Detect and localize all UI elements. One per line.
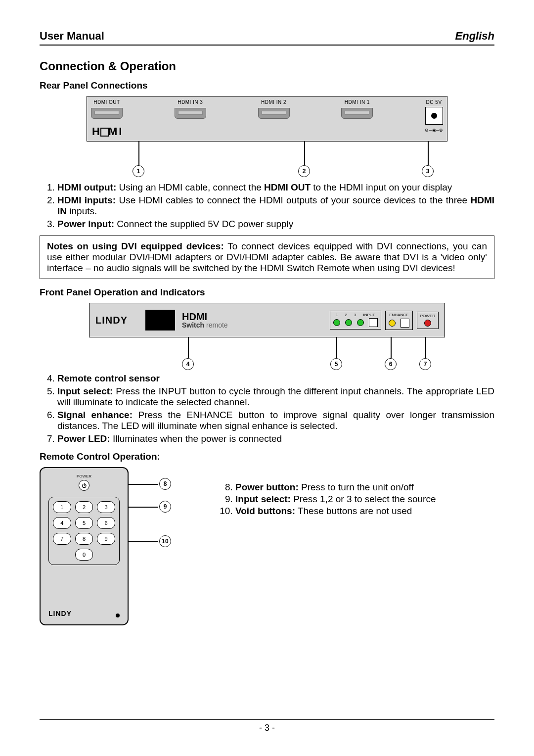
hdmi-in2-port: HDMI IN 2 (258, 99, 290, 119)
rear-item-1: HDMI output: Using an HDMI cable, connec… (57, 182, 494, 193)
remote-key-6[interactable]: 6 (97, 517, 115, 529)
front-title-l1: HDMI (182, 312, 228, 322)
remote-item-10-lead: Void buttons: (235, 506, 295, 516)
header-language: English (455, 30, 494, 43)
dc-jack-icon (425, 107, 443, 125)
dc-port: DC 5V ⊖─◉─⊕ (425, 99, 443, 133)
remote-item-8: Power button: Press to turn the unit on/… (235, 482, 436, 493)
remote-key-3[interactable]: 3 (97, 501, 115, 513)
hdmi-in1-label: HDMI IN 1 (345, 99, 370, 105)
rear-item-3: Power input: Connect the supplied 5V DC … (57, 219, 494, 230)
remote-description: Power button: Press to turn the unit on/… (218, 467, 436, 518)
rear-item-1-bold: HDMI OUT (264, 182, 311, 192)
remote-item-8-text: Press to turn the unit on/off (299, 482, 414, 492)
front-title: HDMI Switch remote (182, 312, 228, 329)
rear-item-1-text2: to the HDMI input on your display (311, 182, 452, 192)
front-callouts: 4 5 6 7 (89, 337, 445, 367)
dc-label: DC 5V (426, 99, 442, 105)
remote-key-8[interactable]: 8 (75, 533, 93, 545)
remote-section: POWER ⏻ 1 2 3 4 5 6 7 8 9 0 LINDY 8 9 (40, 467, 494, 625)
callout-10: 10 (159, 535, 171, 547)
remote-diagram: POWER ⏻ 1 2 3 4 5 6 7 8 9 0 LINDY (40, 467, 129, 625)
led-1-icon (333, 319, 340, 326)
page-footer: - 3 - (40, 719, 494, 733)
callout-9: 9 (159, 501, 171, 513)
front-item-5-text: Press the INPUT button to cycle through … (57, 386, 494, 407)
rear-heading: Rear Panel Connections (40, 80, 494, 91)
rear-item-2-lead: HDMI inputs: (57, 195, 116, 205)
remote-brand-logo: LINDY (48, 610, 72, 617)
hdmi-port-icon (175, 108, 206, 119)
section-title: Connection & Operation (40, 59, 494, 73)
front-item-5: Input select: Press the INPUT button to … (57, 386, 494, 408)
input-button[interactable] (369, 318, 378, 327)
enhance-label: ENHANCE (389, 313, 408, 317)
hdmi-port-icon (91, 108, 123, 119)
page-header: User Manual English (40, 30, 494, 46)
remote-key-0[interactable]: 0 (75, 549, 93, 561)
hdmi-logo: HMI (92, 125, 123, 138)
dc-polarity-icon: ⊖─◉─⊕ (425, 128, 443, 133)
rear-item-2: HDMI inputs: Use HDMI cables to connect … (57, 195, 494, 217)
remote-item-8-lead: Power button: (235, 482, 299, 492)
remote-power-label: POWER (77, 474, 91, 478)
remote-item-9-lead: Input select: (235, 494, 291, 504)
rear-item-3-lead: Power input: (57, 219, 114, 229)
enhance-led-icon (389, 320, 396, 327)
front-item-6-lead: Signal enhance: (57, 410, 133, 420)
power-led-icon (424, 320, 431, 327)
remote-power-button[interactable]: ⏻ (79, 480, 89, 491)
remote-key-1[interactable]: 1 (53, 501, 71, 513)
remote-key-2[interactable]: 2 (75, 501, 93, 513)
front-item-4: Remote control sensor (57, 373, 494, 384)
callout-8: 8 (159, 478, 171, 490)
remote-key-5[interactable]: 5 (75, 517, 93, 529)
hdmi-in1-port: HDMI IN 1 (341, 99, 373, 119)
hdmi-in3-port: HDMI IN 3 (175, 99, 206, 119)
remote-keypad: 1 2 3 4 5 6 7 8 9 0 (48, 497, 120, 565)
led-3-icon (357, 319, 364, 326)
rear-item-3-text: Connect the supplied 5V DC power supply (114, 219, 293, 229)
front-panel-diagram: LINDY HDMI Switch remote 1 2 3 INPUT (89, 303, 445, 337)
dvi-note-box: Notes on using DVI equipped devices: To … (40, 236, 494, 279)
hdmi-port-icon (258, 108, 290, 119)
remote-key-4[interactable]: 4 (53, 517, 71, 529)
rear-item-2-text: Use HDMI cables to connect the HDMI outp… (116, 195, 470, 205)
enhance-button[interactable] (400, 319, 409, 328)
remote-heading: Remote Control Operation: (40, 451, 494, 462)
callout-7: 7 (419, 358, 431, 370)
rear-item-2-text2: inputs. (67, 206, 97, 216)
callout-1: 1 (133, 165, 144, 177)
front-title-l2: Switch remote (182, 322, 228, 329)
front-description-list: Remote control sensor Input select: Pres… (40, 373, 494, 444)
hdmi-in2-label: HDMI IN 2 (261, 99, 286, 105)
hdmi-port-icon (341, 108, 373, 119)
front-item-5-lead: Input select: (57, 386, 113, 396)
callout-4: 4 (182, 358, 194, 370)
led-3-label: 3 (354, 313, 356, 317)
remote-item-9: Input select: Press 1,2 or 3 to select t… (235, 494, 436, 505)
power-group: POWER (417, 312, 439, 329)
remote-key-7[interactable]: 7 (53, 533, 71, 545)
remote-item-10: Void buttons: These buttons are not used (235, 506, 436, 517)
hdmi-in3-label: HDMI IN 3 (178, 99, 203, 105)
enhance-group: ENHANCE (385, 311, 413, 330)
hdmi-out-port: HDMI OUT (91, 99, 123, 119)
remote-key-9[interactable]: 9 (97, 533, 115, 545)
callout-2: 2 (298, 165, 310, 177)
front-item-4-lead: Remote control sensor (57, 373, 160, 383)
rear-item-1-text: Using an HDMI cable, connect the (116, 182, 264, 192)
front-item-6: Signal enhance: Press the ENHANCE button… (57, 410, 494, 431)
callout-5: 5 (330, 358, 342, 370)
lindy-logo: LINDY (95, 315, 128, 326)
led-1-label: 1 (336, 313, 338, 317)
remote-item-9-text: Press 1,2 or 3 to select the source (291, 494, 436, 504)
front-item-7-text: Illuminates when the power is connected (110, 433, 282, 444)
rear-description-list: HDMI output: Using an HDMI cable, connec… (40, 182, 494, 230)
input-group: 1 2 3 INPUT (330, 311, 381, 330)
callout-3: 3 (422, 165, 434, 177)
hdmi-out-label: HDMI OUT (93, 99, 120, 105)
led-2-label: 2 (345, 313, 347, 317)
front-item-7-lead: Power LED: (57, 433, 110, 444)
rear-panel-diagram: HDMI OUT HDMI IN 3 HDMI IN 2 HDMI IN 1 D… (87, 96, 447, 142)
